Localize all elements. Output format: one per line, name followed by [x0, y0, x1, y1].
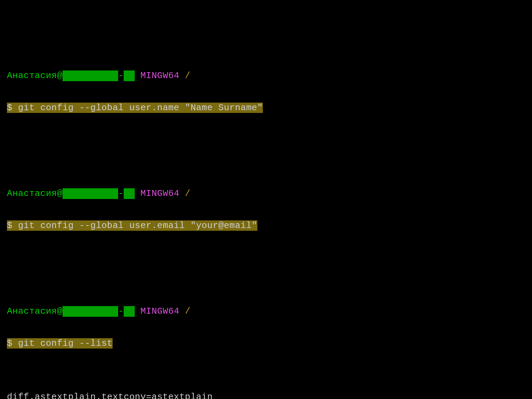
- prompt-line: Анастасия@██████████-██ MINGW64 /: [7, 188, 525, 199]
- prompt-path: /: [185, 306, 190, 316]
- host-redacted-2: ██: [124, 306, 135, 317]
- command-line: $ git config --global user.email "your@e…: [7, 220, 525, 231]
- host-redacted: ██████████: [63, 188, 118, 199]
- prompt-path: /: [185, 188, 190, 199]
- prompt-user: Анастасия: [7, 188, 57, 199]
- prompt-env: MINGW64: [141, 188, 180, 199]
- command-text: git config --global user.email "your@ema…: [18, 220, 257, 231]
- output-line: diff.astextplain.textconv=astextplain: [7, 392, 525, 399]
- blank-line: [7, 253, 525, 263]
- prompt-user: Анастасия: [7, 70, 57, 81]
- host-redacted-2: ██: [124, 70, 135, 81]
- command-line: $ git config --list: [7, 338, 525, 349]
- prompt-line: Анастасия@██████████-██ MINGW64 /: [7, 306, 525, 317]
- host-dash: -: [118, 70, 124, 81]
- terminal[interactable]: Анастасия@██████████-██ MINGW64 / $ git …: [0, 0, 532, 399]
- command-text: git config --list: [18, 338, 113, 349]
- command-line: $ git config --global user.name "Name Su…: [7, 103, 525, 113]
- prompt-user: Анастасия: [7, 306, 57, 316]
- prompt-sigil: $: [7, 220, 12, 231]
- prompt-env: MINGW64: [141, 306, 180, 316]
- host-redacted: ██████████: [63, 306, 118, 317]
- prompt-sigil: $: [7, 103, 12, 113]
- prompt-at: @: [57, 70, 63, 81]
- host-dash: -: [118, 188, 124, 199]
- prompt-at: @: [57, 188, 63, 199]
- blank-line: [7, 135, 525, 145]
- host-dash: -: [118, 306, 124, 316]
- prompt-path: /: [185, 70, 190, 81]
- prompt-line: Анастасия@██████████-██ MINGW64 /: [7, 70, 525, 81]
- command-text: git config --global user.name "Name Surn…: [18, 103, 263, 113]
- prompt-env: MINGW64: [141, 70, 180, 81]
- host-redacted: ██████████: [63, 70, 118, 81]
- prompt-at: @: [57, 306, 63, 316]
- host-redacted-2: ██: [124, 188, 135, 199]
- prompt-sigil: $: [7, 338, 12, 349]
